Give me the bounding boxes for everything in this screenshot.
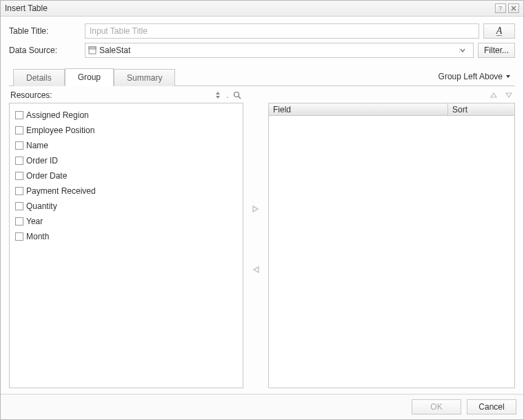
group-position-label: Group Left Above (439, 72, 503, 81)
grid-header: Field Sort (269, 103, 514, 116)
filter-button[interactable]: Filter... (478, 43, 515, 58)
list-item[interactable]: Month (15, 229, 237, 244)
list-item[interactable]: Order Date (15, 168, 237, 183)
column-header-sort[interactable]: Sort (448, 103, 514, 115)
checkbox-icon[interactable] (15, 187, 23, 195)
checkbox-icon[interactable] (15, 126, 23, 134)
grid-body-empty (269, 116, 514, 388)
list-item[interactable]: Employee Position (15, 123, 237, 138)
svg-line-4 (239, 97, 241, 99)
transfer-arrows (243, 90, 268, 388)
table-title-label: Table Title: (9, 26, 85, 36)
tabs: Details Group Summary Group Left Above (9, 68, 515, 86)
remove-arrow-left[interactable] (250, 263, 262, 276)
dialog-footer: OK Cancel (1, 394, 523, 419)
ok-button[interactable]: OK (412, 399, 461, 414)
chevron-down-icon (505, 74, 511, 79)
list-item-label: Order ID (26, 156, 58, 166)
resources-list[interactable]: Assigned Region Employee Position Name O… (9, 103, 243, 388)
add-arrow-right[interactable] (250, 203, 262, 215)
cancel-button[interactable]: Cancel (467, 399, 516, 414)
list-item[interactable]: Name (15, 138, 237, 153)
resources-panel: Resources: . Assigned Region Employee Po… (9, 90, 243, 388)
checkbox-icon[interactable] (15, 172, 23, 180)
tab-summary[interactable]: Summary (114, 69, 175, 86)
resources-label: Resources: (10, 90, 210, 100)
data-source-combo[interactable]: SaleStat (85, 43, 474, 58)
tab-group[interactable]: Group (65, 68, 114, 86)
group-position-dropdown[interactable]: Group Left Above (436, 70, 514, 83)
tab-details[interactable]: Details (13, 69, 65, 86)
checkbox-icon[interactable] (15, 217, 23, 226)
dataset-icon (88, 46, 97, 54)
group-fields-panel: Field Sort (268, 90, 515, 388)
dialog-content: Table Title: A Data Source: SaleStat Fil… (1, 17, 523, 394)
list-item-label: Employee Position (26, 126, 94, 135)
close-button[interactable] (508, 3, 519, 13)
sort-toggle-icon[interactable] (213, 90, 223, 100)
font-style-button[interactable]: A (483, 23, 515, 39)
checkbox-icon[interactable] (15, 111, 23, 119)
svg-point-3 (234, 92, 239, 97)
tabs-right: Group Left Above (436, 70, 515, 86)
list-item-label: Year (26, 217, 43, 226)
checkbox-icon[interactable] (15, 141, 23, 150)
data-source-row: Data Source: SaleStat Filter... (9, 43, 515, 58)
table-title-input[interactable] (85, 23, 479, 39)
dialog-titlebar: Insert Table ? (1, 1, 523, 17)
list-item-label: Name (26, 141, 48, 150)
right-header (268, 90, 515, 103)
column-header-field[interactable]: Field (269, 103, 448, 115)
checkbox-icon[interactable] (15, 202, 23, 210)
list-item-label: Payment Received (26, 186, 96, 196)
move-up-icon[interactable] (489, 90, 498, 100)
list-item-label: Quantity (26, 201, 57, 211)
checkbox-icon[interactable] (15, 157, 23, 165)
table-title-row: Table Title: A (9, 23, 515, 39)
list-item-label: Assigned Region (26, 110, 89, 120)
data-source-value: SaleStat (99, 46, 459, 55)
help-button[interactable]: ? (495, 3, 506, 13)
list-item[interactable]: Payment Received (15, 183, 237, 199)
list-item-label: Month (26, 232, 49, 241)
list-item[interactable]: Assigned Region (15, 108, 237, 123)
insert-table-dialog: Insert Table ? Table Title: A Data Sourc… (0, 0, 524, 420)
group-fields-grid[interactable]: Field Sort (268, 103, 515, 388)
list-item-label: Order Date (26, 171, 67, 181)
list-item[interactable]: Order ID (15, 153, 237, 168)
move-down-icon[interactable] (504, 90, 514, 100)
checkbox-icon[interactable] (15, 232, 23, 241)
svg-rect-2 (89, 47, 96, 49)
svg-text:?: ? (498, 5, 502, 12)
chevron-down-icon (459, 48, 470, 53)
resources-header: Resources: . (9, 90, 243, 103)
separator-dot: . (225, 90, 230, 100)
list-item[interactable]: Quantity (15, 199, 237, 214)
data-source-label: Data Source: (9, 46, 85, 55)
tab-body: Resources: . Assigned Region Employee Po… (9, 86, 515, 388)
dialog-title: Insert Table (5, 3, 493, 13)
search-icon[interactable] (232, 90, 242, 100)
list-item[interactable]: Year (15, 214, 237, 229)
